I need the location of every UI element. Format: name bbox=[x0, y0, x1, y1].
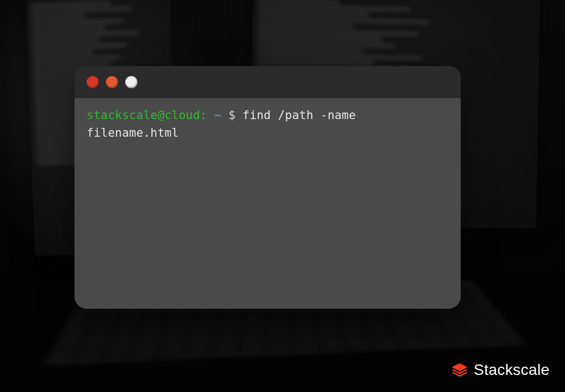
brand-name: Stackscale bbox=[474, 361, 550, 379]
brand-logo: Stackscale bbox=[451, 361, 550, 379]
terminal-titlebar[interactable] bbox=[74, 66, 461, 98]
window-close-button[interactable] bbox=[87, 76, 99, 88]
prompt-user-host: stackscale@cloud: bbox=[87, 109, 207, 122]
window-minimize-button[interactable] bbox=[106, 76, 118, 88]
terminal-window: stackscale@cloud: ~ $ find /path -name f… bbox=[74, 66, 461, 309]
prompt-symbol: $ bbox=[228, 109, 236, 122]
prompt-cwd: ~ bbox=[214, 109, 221, 122]
stackscale-mark-icon bbox=[451, 361, 468, 379]
window-zoom-button[interactable] bbox=[125, 76, 137, 88]
terminal-body[interactable]: stackscale@cloud: ~ $ find /path -name f… bbox=[74, 98, 461, 151]
